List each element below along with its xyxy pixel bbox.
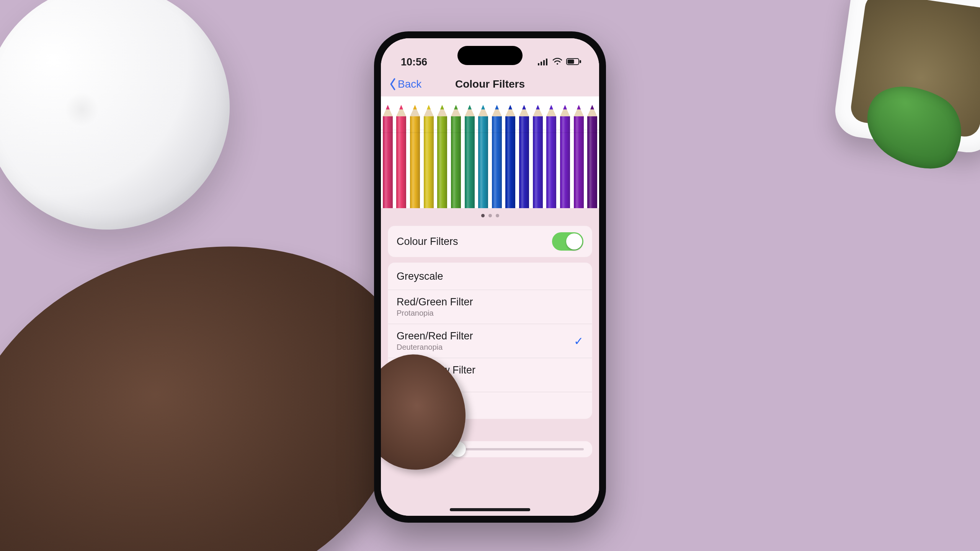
preview-pencil bbox=[422, 96, 436, 208]
filter-option-subtitle: Protanopia bbox=[397, 309, 473, 318]
preview-pencil bbox=[408, 96, 422, 208]
pencil-shaft bbox=[383, 116, 393, 208]
preview-pencil bbox=[463, 96, 477, 208]
svg-rect-6 bbox=[568, 60, 574, 64]
filter-option-subtitle: Deuteranopia bbox=[397, 343, 473, 352]
pencil-shaft bbox=[587, 116, 597, 208]
pencil-shaft bbox=[574, 116, 584, 208]
pencil-tip bbox=[396, 106, 406, 116]
pencil-shaft bbox=[546, 116, 556, 208]
pencil-tip bbox=[424, 106, 434, 116]
filter-option-green-red-filter[interactable]: Green/Red FilterDeuteranopia✓ bbox=[388, 324, 592, 358]
pencil-tip bbox=[383, 106, 393, 116]
filter-option-label: Red/Green Filter bbox=[397, 296, 473, 308]
page-indicator[interactable] bbox=[381, 210, 599, 220]
pencil-tip bbox=[519, 106, 529, 116]
pencil-shaft bbox=[505, 116, 515, 208]
wifi-icon bbox=[552, 56, 562, 68]
pencil-shaft bbox=[560, 116, 570, 208]
svg-rect-7 bbox=[580, 60, 581, 63]
svg-point-4 bbox=[557, 63, 558, 65]
pencil-tip bbox=[546, 106, 556, 116]
preview-pencil bbox=[436, 96, 449, 208]
pencil-shaft bbox=[519, 116, 529, 208]
pencil-tip bbox=[587, 106, 597, 116]
preview-pencil bbox=[558, 96, 572, 208]
battery-icon bbox=[566, 56, 581, 68]
preview-pencil bbox=[504, 96, 518, 208]
pencil-tip bbox=[574, 106, 584, 116]
svg-rect-2 bbox=[543, 60, 545, 65]
back-button[interactable]: Back bbox=[386, 72, 424, 96]
nav-bar: Back Colour Filters bbox=[381, 72, 599, 96]
pencil-tip bbox=[533, 106, 543, 116]
page-dot[interactable] bbox=[481, 214, 485, 217]
desk-mouse bbox=[0, 0, 261, 261]
dynamic-island bbox=[457, 46, 523, 65]
preview-pencil bbox=[449, 96, 463, 208]
pencil-tip bbox=[492, 106, 502, 116]
svg-rect-1 bbox=[541, 62, 542, 65]
colour-preview-pencils[interactable] bbox=[381, 96, 599, 208]
settings-colour-filters-screen: 10:56 Back bbox=[381, 38, 599, 516]
pencil-tip bbox=[478, 106, 488, 116]
iphone-frame: 10:56 Back bbox=[374, 31, 606, 523]
preview-pencil bbox=[585, 96, 599, 208]
page-dot[interactable] bbox=[488, 214, 492, 217]
page-title: Colour Filters bbox=[455, 78, 525, 90]
colour-filters-toggle-row[interactable]: Colour Filters bbox=[388, 226, 592, 257]
preview-pencil bbox=[531, 96, 545, 208]
cellular-icon bbox=[538, 56, 549, 68]
pencil-tip bbox=[437, 106, 447, 116]
pencil-shaft bbox=[396, 116, 406, 208]
page-dot[interactable] bbox=[496, 214, 499, 217]
pencil-tip bbox=[451, 106, 461, 116]
back-label: Back bbox=[398, 78, 421, 90]
pencil-tip bbox=[410, 106, 420, 116]
pencil-shaft bbox=[424, 116, 434, 208]
colour-filters-switch[interactable] bbox=[552, 232, 583, 251]
pencil-shaft bbox=[410, 116, 420, 208]
home-indicator[interactable] bbox=[450, 508, 530, 511]
preview-pencil bbox=[476, 96, 490, 208]
preview-pencil bbox=[545, 96, 559, 208]
pencil-shaft bbox=[478, 116, 488, 208]
filter-option-label: Greyscale bbox=[397, 271, 443, 282]
colour-filters-toggle-label: Colour Filters bbox=[397, 236, 458, 248]
filter-option-label: Green/Red Filter bbox=[397, 330, 473, 342]
preview-pencil bbox=[490, 96, 504, 208]
svg-rect-3 bbox=[546, 59, 547, 65]
colour-filters-toggle-group: Colour Filters bbox=[388, 226, 592, 257]
svg-rect-0 bbox=[538, 63, 539, 65]
preview-pencil bbox=[381, 96, 395, 208]
pencil-shaft bbox=[492, 116, 502, 208]
status-right-cluster bbox=[538, 56, 581, 68]
pencil-tip bbox=[465, 106, 475, 116]
preview-pencil bbox=[517, 96, 531, 208]
preview-pencil bbox=[395, 96, 408, 208]
status-time: 10:56 bbox=[401, 56, 427, 68]
pencil-shaft bbox=[451, 116, 461, 208]
pencil-shaft bbox=[533, 116, 543, 208]
preview-pencil bbox=[572, 96, 586, 208]
chevron-left-icon bbox=[389, 78, 397, 90]
iphone-screen: 10:56 Back bbox=[381, 38, 599, 516]
filter-option-greyscale[interactable]: Greyscale bbox=[388, 263, 592, 290]
pencil-shaft bbox=[465, 116, 475, 208]
checkmark-icon: ✓ bbox=[574, 334, 583, 348]
pencil-tip bbox=[560, 106, 570, 116]
pencil-shaft bbox=[437, 116, 447, 208]
pencil-tip bbox=[505, 106, 515, 116]
filter-option-red-green-filter[interactable]: Red/Green FilterProtanopia bbox=[388, 290, 592, 324]
switch-knob bbox=[566, 233, 582, 249]
